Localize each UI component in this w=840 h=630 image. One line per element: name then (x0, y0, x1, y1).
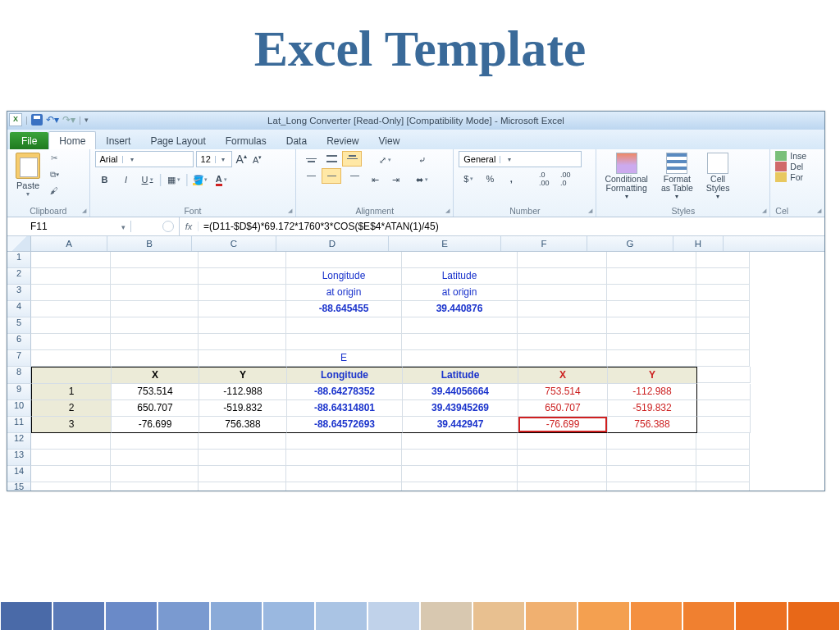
cell[interactable] (286, 252, 402, 268)
col-header-h[interactable]: H (673, 236, 724, 251)
cell[interactable] (111, 350, 199, 367)
fill-color-button[interactable]: 🪣 (190, 171, 210, 189)
cell[interactable] (111, 482, 199, 491)
row-header[interactable]: 4 (7, 301, 31, 317)
cell[interactable]: -88.64314801 (287, 400, 403, 417)
row-header[interactable]: 6 (7, 334, 31, 350)
cell[interactable] (518, 482, 607, 491)
italic-button[interactable]: I (116, 171, 136, 189)
cell[interactable] (696, 466, 750, 482)
cell[interactable] (31, 301, 111, 317)
comma-button[interactable]: , (501, 170, 521, 188)
font-name-combo[interactable]: Arial▾ (95, 151, 194, 167)
format-button[interactable]: For (775, 172, 819, 182)
cell[interactable] (111, 466, 199, 482)
align-center-icon[interactable] (322, 168, 341, 184)
align-bottom-icon[interactable] (342, 151, 362, 167)
cell[interactable] (286, 450, 402, 466)
underline-button[interactable]: U (138, 171, 158, 189)
cell[interactable]: Y (199, 367, 287, 384)
cell[interactable] (518, 285, 607, 301)
col-header-e[interactable]: E (389, 236, 501, 251)
cell[interactable] (696, 482, 750, 491)
cell[interactable] (31, 334, 111, 350)
cell[interactable] (697, 400, 751, 417)
cell[interactable] (402, 450, 518, 466)
cell[interactable]: Longitude (286, 268, 402, 285)
cell[interactable]: 3 (31, 417, 112, 433)
cell[interactable]: Longitude (287, 367, 403, 384)
cell[interactable] (697, 384, 751, 400)
insert-button[interactable]: Inse (775, 151, 819, 161)
cell[interactable] (696, 285, 750, 301)
cell[interactable] (31, 317, 111, 334)
cell[interactable]: Latitude (403, 367, 518, 384)
select-all-corner[interactable] (7, 236, 31, 251)
worksheet[interactable]: A B C D E F G H 1 2LongitudeLatitude 3at… (7, 236, 824, 491)
cell[interactable] (111, 301, 199, 317)
cell[interactable] (607, 350, 696, 367)
row-header[interactable]: 3 (7, 285, 31, 301)
cell[interactable] (518, 301, 607, 317)
cell[interactable]: -88.64572693 (287, 417, 403, 433)
cell[interactable] (607, 450, 696, 466)
cell[interactable] (518, 433, 607, 450)
tab-view[interactable]: View (369, 132, 410, 149)
align-left-icon[interactable] (301, 168, 321, 184)
delete-button[interactable]: Del (775, 162, 819, 171)
fx-icon[interactable]: fx (180, 221, 199, 231)
wrap-text-button[interactable]: ⤶ (412, 151, 431, 169)
cell[interactable] (31, 482, 111, 491)
formula-input[interactable]: =(D11-$D$4)*69.172*1760*3*COS($E$4*ATAN(… (202, 221, 824, 232)
col-header-a[interactable]: A (31, 236, 107, 251)
orientation-button[interactable]: ⤢ (365, 151, 405, 169)
row-header[interactable]: 14 (7, 466, 31, 482)
cell[interactable] (607, 268, 696, 285)
decrease-indent-icon[interactable]: ⇤ (365, 171, 385, 189)
cell[interactable] (31, 268, 111, 285)
cell[interactable]: 650.707 (518, 400, 608, 417)
row-header[interactable]: 7 (7, 350, 31, 367)
cell[interactable] (111, 334, 199, 350)
cell[interactable] (199, 450, 286, 466)
cell[interactable] (286, 482, 402, 491)
tab-file[interactable]: File (10, 132, 48, 149)
cell[interactable] (402, 482, 518, 491)
cell[interactable] (607, 301, 696, 317)
cell[interactable] (696, 350, 750, 367)
cell[interactable] (111, 268, 199, 285)
cell[interactable] (199, 301, 286, 317)
row-header[interactable]: 13 (7, 450, 31, 466)
row-header[interactable]: 2 (7, 268, 31, 285)
merge-center-button[interactable]: ⬌ (412, 171, 431, 189)
cell[interactable] (199, 268, 286, 285)
shrink-font-icon[interactable]: A▾ (251, 154, 263, 165)
cell[interactable]: -112.988 (608, 384, 697, 400)
cell[interactable]: at origin (402, 285, 518, 301)
align-top-icon[interactable] (301, 151, 321, 167)
cell[interactable] (518, 466, 607, 482)
cell[interactable] (199, 466, 286, 482)
cell[interactable] (607, 317, 696, 334)
cell[interactable]: E (286, 350, 402, 367)
align-middle-icon[interactable] (322, 151, 341, 167)
font-size-combo[interactable]: 12▾ (196, 151, 232, 167)
tab-review[interactable]: Review (317, 132, 368, 149)
cell[interactable] (31, 350, 111, 367)
currency-button[interactable]: $ (459, 170, 478, 188)
row-header[interactable]: 5 (7, 317, 31, 334)
cell[interactable] (696, 450, 750, 466)
cell[interactable]: 753.514 (518, 384, 608, 400)
cell[interactable]: -88.64278352 (287, 384, 403, 400)
cell[interactable]: 753.514 (112, 384, 199, 400)
row-header[interactable]: 9 (7, 384, 31, 400)
cell[interactable] (518, 268, 607, 285)
cell[interactable] (402, 317, 518, 334)
grow-font-icon[interactable]: A▴ (235, 153, 249, 166)
redo-icon[interactable]: ↷▾ (62, 114, 75, 126)
cell[interactable] (31, 252, 111, 268)
copy-icon[interactable]: ⧉▾ (47, 169, 62, 184)
cell[interactable] (697, 367, 751, 383)
cell[interactable] (111, 433, 199, 450)
cell[interactable] (402, 466, 518, 482)
